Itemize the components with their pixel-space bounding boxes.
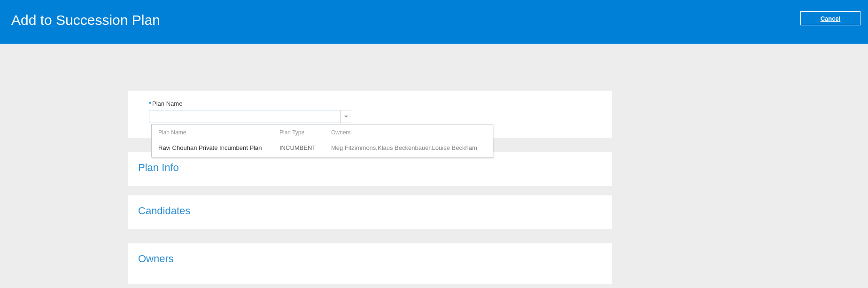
required-indicator: * (149, 100, 151, 107)
dropdown-header-row: Plan Name Plan Type Owners (152, 125, 493, 140)
dropdown-option[interactable]: Ravi Chouhan Private Incumbent Plan INCU… (152, 140, 493, 157)
candidates-section: Candidates (128, 195, 612, 229)
page-title: Add to Succession Plan (11, 12, 160, 28)
owners-section: Owners (128, 243, 612, 284)
candidates-title: Candidates (128, 195, 612, 226)
owners-title: Owners (128, 243, 612, 274)
plan-name-combobox (149, 110, 603, 123)
page-header: Add to Succession Plan Cancel (0, 0, 868, 44)
plan-name-dropdown-button[interactable] (340, 110, 352, 123)
chevron-down-icon (344, 113, 349, 120)
dropdown-option-name: Ravi Chouhan Private Incumbent Plan (158, 144, 279, 151)
cancel-button[interactable]: Cancel (800, 11, 860, 25)
dropdown-header-owners: Owners (331, 129, 486, 136)
plan-name-input[interactable] (149, 110, 341, 123)
dropdown-header-type: Plan Type (279, 129, 331, 136)
dropdown-option-type: INCUMBENT (279, 144, 331, 151)
plan-name-dropdown: Plan Name Plan Type Owners Ravi Chouhan … (151, 124, 493, 157)
root: Add to Succession Plan Cancel * Plan Nam… (0, 0, 868, 288)
dropdown-option-owners: Meg Fitzimmons,Klaus Beckenbauer,Louise … (331, 144, 486, 151)
plan-name-label: Plan Name (152, 100, 182, 107)
plan-name-label-row: * Plan Name (149, 100, 603, 107)
dropdown-header-name: Plan Name (158, 129, 279, 136)
